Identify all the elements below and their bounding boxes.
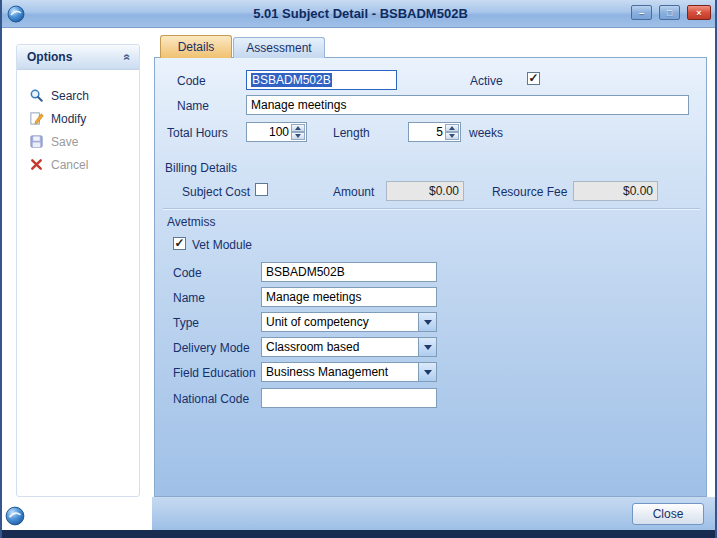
- spin-down-icon[interactable]: [291, 132, 305, 140]
- caption-buttons: – □ ×: [631, 5, 711, 20]
- collapse-chevron-icon[interactable]: «: [121, 54, 135, 61]
- resource-fee-value: $0.00: [623, 184, 653, 198]
- amount-value: $0.00: [429, 184, 459, 198]
- vet-module-checkbox[interactable]: ✓: [173, 237, 186, 250]
- spin-up-icon[interactable]: [445, 124, 459, 132]
- chevron-down-icon[interactable]: [418, 363, 436, 381]
- sidebar-item-cancel[interactable]: Cancel: [17, 153, 139, 176]
- type-label: Type: [173, 316, 199, 330]
- code-input[interactable]: BSBADM502B: [246, 70, 397, 90]
- cancel-icon: [29, 157, 44, 172]
- avetmiss-name-text: Manage meetings: [266, 290, 361, 304]
- total-hours-spin-buttons: [291, 124, 305, 140]
- length-value: 5: [436, 125, 443, 139]
- resource-fee-label: Resource Fee: [492, 185, 567, 199]
- sidebar-item-search[interactable]: Search: [17, 84, 139, 107]
- modify-icon: [29, 111, 44, 126]
- code-input-selected-text: BSBADM502B: [251, 73, 332, 87]
- app-icon: [5, 506, 23, 524]
- minimize-button[interactable]: –: [631, 5, 652, 20]
- total-hours-stepper[interactable]: 100: [246, 122, 307, 142]
- subject-cost-label: Subject Cost: [182, 185, 250, 199]
- field-education-dropdown[interactable]: Business Management: [261, 362, 437, 382]
- national-code-label: National Code: [173, 392, 249, 406]
- name-input-text: Manage meetings: [251, 98, 346, 112]
- sidebar-item-label: Cancel: [51, 158, 88, 172]
- window-bottom-border: [2, 530, 717, 538]
- details-tab-panel: Code BSBADM502B Active ✓ Name Manage mee…: [154, 57, 707, 497]
- delivery-mode-dropdown-value: Classroom based: [266, 340, 359, 354]
- section-divider: [163, 208, 700, 210]
- length-stepper[interactable]: 5: [408, 122, 461, 142]
- vet-module-label: Vet Module: [192, 238, 252, 252]
- search-icon: [29, 88, 44, 103]
- avetmiss-name-input[interactable]: Manage meetings: [261, 287, 437, 307]
- options-panel-header[interactable]: Options «: [17, 45, 139, 70]
- chevron-down-icon[interactable]: [418, 313, 436, 331]
- national-code-input[interactable]: [261, 388, 437, 408]
- length-label: Length: [333, 126, 370, 140]
- sidebar-item-label: Save: [51, 135, 78, 149]
- amount-label: Amount: [333, 185, 374, 199]
- billing-details-header: Billing Details: [165, 161, 237, 175]
- field-education-dropdown-value: Business Management: [266, 365, 388, 379]
- close-window-button[interactable]: ×: [687, 5, 711, 20]
- resource-fee-input: $0.00: [573, 181, 658, 201]
- tab-assessment[interactable]: Assessment: [233, 37, 325, 58]
- avetmiss-code-text: BSBADM502B: [266, 265, 345, 279]
- type-dropdown[interactable]: Unit of competency: [261, 312, 437, 332]
- sidebar-item-save[interactable]: Save: [17, 130, 139, 153]
- weeks-label: weeks: [469, 126, 503, 140]
- chevron-down-icon[interactable]: [418, 338, 436, 356]
- sidebar-item-modify[interactable]: Modify: [17, 107, 139, 130]
- options-panel: Options « Search: [16, 44, 140, 497]
- subject-cost-checkbox[interactable]: [255, 183, 268, 196]
- active-checkbox[interactable]: ✓: [527, 72, 540, 85]
- options-list: Search Modify: [17, 70, 139, 176]
- total-hours-value: 100: [269, 125, 289, 139]
- type-dropdown-value: Unit of competency: [266, 315, 369, 329]
- maximize-button[interactable]: □: [659, 5, 680, 20]
- check-icon: ✓: [528, 73, 538, 83]
- avetmiss-header: Avetmiss: [167, 215, 215, 229]
- total-hours-label: Total Hours: [167, 126, 228, 140]
- name-label: Name: [177, 99, 209, 113]
- check-icon: ✓: [174, 238, 184, 248]
- spin-up-icon[interactable]: [291, 124, 305, 132]
- avetmiss-code-label: Code: [173, 266, 202, 280]
- sidebar-item-label: Modify: [51, 112, 86, 126]
- avetmiss-name-label: Name: [173, 291, 205, 305]
- window-title: 5.01 Subject Detail - BSBADM502B: [2, 0, 717, 28]
- delivery-mode-dropdown[interactable]: Classroom based: [261, 337, 437, 357]
- subject-detail-window: 5.01 Subject Detail - BSBADM502B – □ × O…: [0, 0, 717, 538]
- title-bar[interactable]: 5.01 Subject Detail - BSBADM502B – □ ×: [2, 0, 717, 28]
- options-panel-title: Options: [27, 50, 72, 64]
- amount-input: $0.00: [386, 181, 464, 201]
- tab-details[interactable]: Details: [160, 35, 232, 58]
- delivery-mode-label: Delivery Mode: [173, 341, 250, 355]
- close-button[interactable]: Close: [632, 503, 704, 525]
- length-spin-buttons: [445, 124, 459, 140]
- avetmiss-code-input[interactable]: BSBADM502B: [261, 262, 437, 282]
- name-input[interactable]: Manage meetings: [246, 95, 689, 115]
- spin-down-icon[interactable]: [445, 132, 459, 140]
- save-icon: [29, 134, 44, 149]
- code-label: Code: [177, 74, 206, 88]
- field-education-label: Field Education: [173, 366, 256, 380]
- active-label: Active: [470, 74, 503, 88]
- sidebar-item-label: Search: [51, 89, 89, 103]
